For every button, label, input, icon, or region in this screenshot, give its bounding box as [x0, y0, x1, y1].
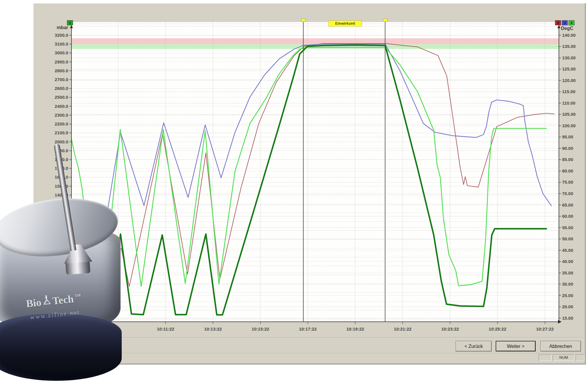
plot-background [71, 22, 559, 322]
left-tick-label: 2700.0 [55, 77, 68, 82]
statusbar-num-indicator: NUM [553, 354, 574, 361]
right-tick-label: 95.00 [562, 134, 573, 139]
x-tick-label: 10:21:22 [394, 326, 412, 331]
right-tick-label: 90.00 [562, 146, 573, 151]
channel-1-marker: 1 [67, 20, 73, 25]
biotech-flask-icon [42, 295, 52, 308]
right-tick-label: 60.00 [562, 214, 573, 219]
right-tick-label: 135.00 [562, 44, 576, 49]
cursor-cap[interactable] [301, 19, 305, 21]
left-tick-label: 3100.0 [55, 41, 68, 46]
statusbar-resize-grip [576, 354, 584, 361]
holding-time-label: Einwirkzeit [328, 21, 362, 26]
left-tick-label: 2300.0 [55, 113, 68, 118]
datalogger-photo: Bio Tech TM www.zifine.net [0, 138, 121, 382]
channel-4-marker: 4 [569, 20, 574, 25]
right-tick-label: 70.00 [562, 191, 573, 196]
right-tick-label: 55.00 [562, 225, 573, 230]
right-tick-label: 120.00 [562, 78, 576, 83]
left-tick-label: 2900.0 [55, 59, 68, 64]
x-tick-label: 10:27:22 [536, 326, 554, 331]
left-tick-label: 2400.0 [55, 104, 68, 109]
datalogger-base [0, 314, 122, 381]
left-tick-label: 2100.0 [55, 130, 68, 135]
right-tick-label: 125.00 [562, 66, 576, 71]
cancel-button[interactable]: Abbrechen [540, 341, 581, 351]
x-tick-label: 10:17:22 [299, 326, 317, 331]
upper-tolerance-band [71, 38, 559, 44]
right-tick-label: 30.00 [562, 282, 573, 286]
x-tick-label: 10:15:22 [252, 326, 269, 331]
right-tick-label: 50.00 [562, 236, 573, 241]
logo-text-left: Bio [25, 296, 42, 310]
right-axis-unit-label: DegC [561, 26, 573, 31]
logo-trademark: TM [74, 293, 81, 298]
cursor-cap[interactable] [383, 19, 387, 21]
left-tick-label: 2800.0 [55, 68, 68, 73]
back-button[interactable]: < Zurück [456, 341, 492, 351]
x-tick-label: 10:25:22 [489, 326, 506, 331]
right-tick-label: 100.00 [562, 123, 576, 128]
right-tick-label: 110.00 [562, 100, 575, 105]
left-tick-label: 2500.0 [55, 95, 68, 100]
left-tick-label: 3000.0 [55, 50, 68, 55]
left-tick-label: 3200.0 [55, 33, 68, 38]
right-tick-label: 80.00 [562, 168, 573, 173]
x-tick-label: 10:13:22 [204, 326, 222, 331]
left-axis-unit-label: mbar [47, 25, 68, 30]
channel-2-marker: 2 [555, 20, 561, 25]
x-tick-label: 10:11:22 [157, 326, 174, 331]
left-tick-label: 2600.0 [55, 86, 68, 91]
x-tick-label: 10:23:22 [441, 326, 459, 331]
right-tick-label: 130.00 [562, 55, 576, 60]
x-axis-arrow [558, 320, 562, 324]
channel-3-marker: 3 [562, 20, 568, 25]
right-tick-label: 15.00 [562, 316, 573, 321]
right-tick-label: 105.00 [562, 112, 576, 117]
left-tick-label: 2200.0 [55, 121, 68, 126]
right-tick-label: 115.00 [562, 89, 575, 94]
right-tick-label: 45.00 [562, 248, 573, 253]
right-tick-label: 85.00 [562, 157, 573, 162]
right-tick-label: 20.00 [562, 304, 573, 309]
right-tick-label: 35.00 [562, 270, 573, 275]
right-tick-label: 75.00 [562, 180, 573, 185]
next-button[interactable]: Weiter > [496, 341, 536, 351]
x-tick-label: 10:19:22 [346, 326, 364, 331]
right-tick-label: 140.00 [562, 33, 576, 38]
statusbar-cell [539, 354, 552, 361]
right-tick-label: 25.00 [562, 293, 573, 298]
right-tick-label: 40.00 [562, 259, 573, 264]
logo-text-right: Tech [52, 293, 74, 307]
right-tick-label: 65.00 [562, 202, 573, 207]
